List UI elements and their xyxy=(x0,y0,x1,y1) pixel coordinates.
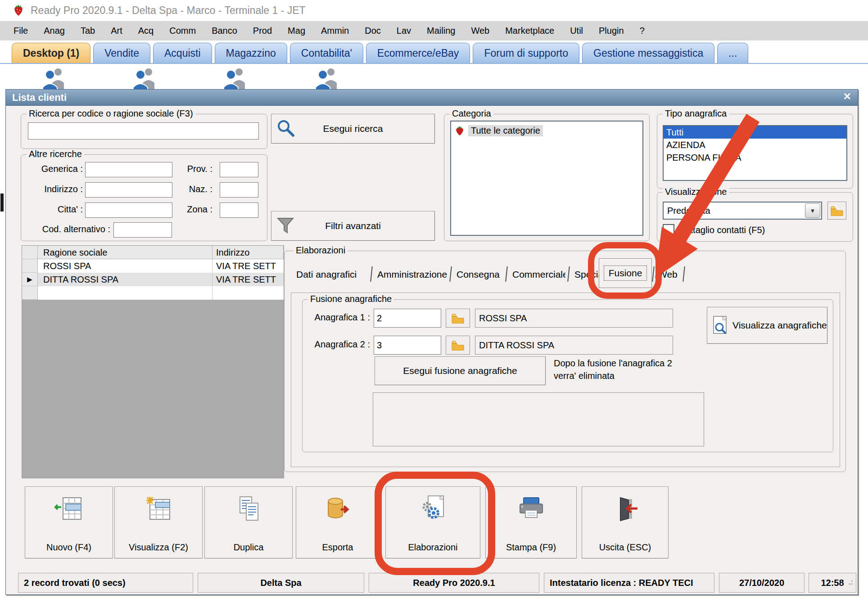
menu-lav[interactable]: Lav xyxy=(397,26,411,36)
etab-web[interactable]: Web xyxy=(658,268,681,281)
menu-marketplace[interactable]: Marketplace xyxy=(505,26,554,36)
menu-anag[interactable]: Anag xyxy=(44,26,65,36)
menu-mailing[interactable]: Mailing xyxy=(427,26,455,36)
menu-doc[interactable]: Doc xyxy=(365,26,381,36)
menu-tab[interactable]: Tab xyxy=(81,26,95,36)
tab-magazzino[interactable]: Magazzino xyxy=(215,43,287,63)
menu-ammin[interactable]: Ammin xyxy=(321,26,349,36)
tipo-item-tutti[interactable]: Tutti xyxy=(664,126,846,139)
menu-file[interactable]: File xyxy=(14,26,28,36)
menu-web[interactable]: Web xyxy=(471,26,489,36)
visualizza-anagrafiche-button[interactable]: Visualizza anagrafiche xyxy=(707,307,827,344)
menu-art[interactable]: Art xyxy=(111,26,122,36)
duplica-button[interactable]: Duplica xyxy=(204,486,293,558)
dialog-titlebar[interactable]: Lista clienti ✕ xyxy=(6,90,858,106)
menu-help[interactable]: ? xyxy=(640,26,645,36)
tab-gestione-messaggistica[interactable]: Gestione messaggistica xyxy=(582,43,714,63)
etab-fusione-label: Fusione xyxy=(604,266,647,281)
dettaglio-contatti-label: Dettaglio contatti (F5) xyxy=(679,225,765,235)
table-row[interactable]: ROSSI SPA VIA TRE SETT xyxy=(22,259,284,273)
indirizzo-input[interactable] xyxy=(85,182,172,198)
esporta-button[interactable]: Esporta xyxy=(296,486,380,558)
menu-banco[interactable]: Banco xyxy=(212,26,237,36)
nuovo-button[interactable]: Nuovo (F4) xyxy=(25,486,113,558)
uscita-button[interactable]: Uscita (ESC) xyxy=(582,486,669,558)
tab-contabilita[interactable]: Contabilita' xyxy=(290,43,363,63)
fusione-anagrafiche-label: Fusione anagrafiche xyxy=(308,294,394,304)
menu-util[interactable]: Util xyxy=(570,26,583,36)
stampa-button[interactable]: Stampa (F9) xyxy=(485,486,577,558)
tipo-item-persona-fisica[interactable]: PERSONA FISICA xyxy=(664,151,846,164)
etab-amministrazione[interactable]: Amministrazione xyxy=(377,268,448,281)
cell-indirizzo[interactable]: VIA TRE SETT xyxy=(212,273,284,286)
menu-acq[interactable]: Acq xyxy=(138,26,154,36)
chevron-down-icon[interactable]: ▼ xyxy=(805,203,820,218)
strawberry-category-icon xyxy=(455,126,465,136)
visualizzazione-folder-button[interactable] xyxy=(827,202,846,220)
zona-input[interactable] xyxy=(220,202,258,218)
close-icon[interactable]: ✕ xyxy=(843,91,851,103)
anagrafica1-folder-button[interactable] xyxy=(446,309,470,328)
grid-selector-header xyxy=(22,246,38,259)
window-edge-artifact xyxy=(0,194,4,212)
grid-col-indirizzo[interactable]: Indirizzo xyxy=(212,246,284,259)
menu-comm[interactable]: Comm xyxy=(169,26,196,36)
visualizzazione-value: Predefinita xyxy=(667,206,710,216)
visualizza-button[interactable]: Visualizza (F2) xyxy=(114,486,203,558)
etab-dati-anagrafici[interactable]: Dati anagrafici xyxy=(296,268,366,281)
tab-acquisti[interactable]: Acquisti xyxy=(153,43,212,63)
tab-desktop[interactable]: Desktop (1) xyxy=(12,43,90,63)
esegui-fusione-button[interactable]: Esegui fusione anagrafiche xyxy=(375,356,546,385)
menu-prod[interactable]: Prod xyxy=(253,26,272,36)
cell-indirizzo[interactable]: VIA TRE SETT xyxy=(212,259,284,273)
dettaglio-contatti-checkbox[interactable] xyxy=(663,224,674,236)
categoria-item-tutte[interactable]: Tutte le categorie xyxy=(468,125,543,136)
categoria-listbox[interactable]: Tutte le categorie xyxy=(450,121,643,236)
tab-separator xyxy=(370,266,373,282)
status-version: Ready Pro 2020.9.1 xyxy=(369,573,539,593)
citta-input[interactable] xyxy=(85,202,172,218)
esporta-label: Esporta xyxy=(322,542,353,553)
prov-input[interactable] xyxy=(220,162,258,177)
lista-clienti-dialog: Lista clienti ✕ Ricerca per codice o rag… xyxy=(5,89,858,595)
resize-grip[interactable]: .: xyxy=(849,578,853,586)
etab-commerciale[interactable]: Commerciale xyxy=(512,268,565,281)
nuovo-label: Nuovo (F4) xyxy=(46,542,91,553)
generica-input[interactable] xyxy=(85,162,172,177)
cell-ragione[interactable]: ROSSI SPA xyxy=(38,259,212,273)
grid-header-row: Ragione sociale Indirizzo xyxy=(22,246,284,259)
altre-ricerche-group: Altre ricerche Generica : Prov. : Indiri… xyxy=(21,154,267,241)
cell-ragione[interactable]: DITTA ROSSI SPA xyxy=(38,273,212,286)
fusione-note-line2: verra' eliminata xyxy=(554,371,615,381)
menu-mag[interactable]: Mag xyxy=(288,26,305,36)
anagrafica1-input[interactable] xyxy=(374,309,441,328)
strawberry-app-icon xyxy=(13,4,24,17)
filtri-avanzati-label: Filtri avanzati xyxy=(325,220,381,231)
tab-forum-di-supporto[interactable]: Forum di supporto xyxy=(473,43,579,63)
cod-alternativo-input[interactable] xyxy=(113,222,172,238)
naz-input[interactable] xyxy=(220,182,258,198)
filtri-avanzati-button[interactable]: Filtri avanzati xyxy=(271,211,435,241)
anagrafica2-input[interactable] xyxy=(374,336,441,355)
row-pointer-icon[interactable]: ▶ xyxy=(22,273,38,286)
elaborazioni-button[interactable]: Elaborazioni xyxy=(385,486,480,558)
table-row-selected[interactable]: ▶ DITTA ROSSI SPA VIA TRE SETT xyxy=(22,273,284,286)
menu-plugin[interactable]: Plugin xyxy=(599,26,624,36)
search-input[interactable] xyxy=(28,122,259,140)
etab-consegna[interactable]: Consegna xyxy=(457,268,502,281)
tipo-item-azienda[interactable]: AZIENDA xyxy=(664,139,846,151)
tab-vendite[interactable]: Vendite xyxy=(93,43,150,63)
copy-documents-icon xyxy=(234,495,263,524)
tab-more[interactable]: ... xyxy=(717,43,748,63)
tab-ecommerce-ebay[interactable]: Ecommerce/eBay xyxy=(366,43,470,63)
esegui-ricerca-button[interactable]: Esegui ricerca xyxy=(271,114,435,144)
folder-icon xyxy=(451,340,465,351)
table-row-empty[interactable] xyxy=(22,286,284,300)
grid-col-ragione-sociale[interactable]: Ragione sociale xyxy=(38,246,212,259)
etab-fusione-active[interactable]: Fusione xyxy=(599,258,652,288)
cod-alternativo-label: Cod. alternativo : xyxy=(26,224,110,234)
visualizzazione-combobox[interactable]: Predefinita ▼ xyxy=(663,202,822,220)
status-record-count: 2 record trovati (0 secs) xyxy=(18,573,193,593)
anagrafica2-folder-button[interactable] xyxy=(446,336,470,355)
row-selector[interactable] xyxy=(22,259,38,273)
